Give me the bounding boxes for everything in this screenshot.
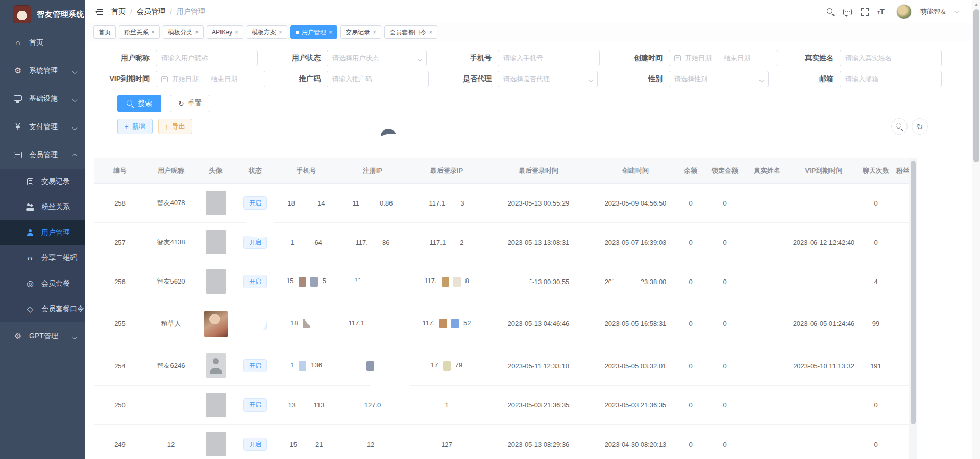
breadcrumb-item[interactable]: 首页 — [111, 7, 126, 16]
column-header-real_name[interactable]: 真实姓名 — [747, 158, 787, 184]
cell-real_name — [747, 223, 787, 262]
tab-users[interactable]: 用户管理× — [290, 26, 337, 39]
refresh-icon: ↻ — [916, 122, 923, 132]
tab-template-category[interactable]: 模板分类× — [163, 26, 204, 39]
tab-home[interactable]: 首页 — [93, 26, 116, 39]
input-placeholder: 请输入邮箱 — [845, 74, 878, 84]
tab-transactions[interactable]: 交易记录× — [340, 26, 381, 39]
nickname-input[interactable]: 请输入用户昵称 — [156, 50, 258, 66]
search-icon[interactable] — [827, 8, 835, 16]
column-header-last_login[interactable]: 最后登录时间 — [485, 158, 592, 184]
chevron-down-icon — [418, 57, 422, 61]
status-select[interactable]: 请选择用户状态 — [327, 50, 427, 66]
export-button[interactable]: ↑ 导出 — [158, 119, 193, 134]
user-avatar — [206, 353, 226, 378]
sidebar-item-member[interactable]: 会员管理 — [0, 141, 85, 169]
page-scrollbar-thumb[interactable] — [973, 9, 979, 162]
table-scrollbar-thumb[interactable] — [911, 161, 916, 424]
email-input[interactable]: 请输入邮箱 — [840, 71, 942, 87]
column-header-chats[interactable]: 聊天次数 — [861, 158, 891, 184]
column-header-avatar[interactable]: 头像 — [197, 158, 235, 184]
close-icon[interactable]: × — [373, 29, 376, 35]
tab-member-plan-code[interactable]: 会员套餐口令× — [384, 26, 437, 39]
is-agent-select[interactable]: 请选择是否代理 — [498, 71, 598, 87]
sidebar-item-infrastructure[interactable]: 基础设施 — [0, 85, 85, 113]
sidebar-item-users[interactable]: 用户管理 — [0, 220, 85, 245]
sidebar-item-transactions[interactable]: 交易记录 — [0, 169, 85, 194]
created-daterange[interactable]: 开始日期-结束日期 — [669, 50, 778, 66]
close-icon[interactable]: × — [151, 29, 155, 35]
table-search-button[interactable] — [891, 118, 908, 135]
close-icon[interactable]: × — [235, 29, 238, 35]
sidebar-item-member-plan-code[interactable]: ◇会员套餐口令 — [0, 296, 85, 322]
reset-button[interactable]: ↻ 重置 — [170, 95, 210, 112]
vip-expire-daterange[interactable]: 开始日期-结束日期 — [156, 71, 265, 87]
phone-input[interactable]: 请输入手机号 — [498, 50, 600, 66]
close-icon[interactable]: × — [429, 29, 432, 35]
promo-code-input[interactable]: 请输入推广码 — [327, 71, 429, 87]
cell-balance: 0 — [679, 346, 702, 386]
sidebar-collapse-icon[interactable] — [94, 9, 103, 15]
column-header-nickname[interactable]: 用户昵称 — [145, 158, 197, 184]
column-header-reg_ip[interactable]: 注册IP — [337, 158, 408, 184]
table-row[interactable]: 255稻草人开启1801117.16117.522023-05-13 04:46… — [94, 301, 917, 346]
column-header-balance[interactable]: 余额 — [679, 158, 702, 184]
username[interactable]: 萌能智友 — [920, 7, 947, 16]
tab-fans[interactable]: 粉丝关系× — [119, 26, 160, 39]
column-header-status[interactable]: 状态 — [235, 158, 276, 184]
table-scrollbar[interactable] — [909, 158, 917, 459]
add-button[interactable]: + 新增 — [117, 119, 153, 134]
breadcrumb-item[interactable]: 会员管理 — [137, 7, 165, 16]
fullscreen-icon[interactable] — [861, 8, 869, 16]
scroll-up-icon[interactable]: ▲ — [974, 2, 978, 7]
table-row[interactable]: 257智友4138开启164117.86117.122023-05-13 13:… — [94, 223, 917, 262]
sidebar-item-system[interactable]: ⚙系统管理 — [0, 57, 85, 85]
sidebar-item-gpt[interactable]: ⚙GPT管理 — [0, 322, 85, 350]
sidebar-item-home[interactable]: ⌂首页 — [0, 29, 85, 57]
gender-select[interactable]: 请选择性别 — [669, 71, 769, 87]
cell-phone: 164 — [276, 223, 337, 262]
table-row[interactable]: 254智友6246开启113617792023-05-11 12:33:1020… — [94, 346, 917, 386]
redaction-gap — [448, 244, 457, 245]
sidebar-item-fans[interactable]: 粉丝关系 — [0, 194, 85, 220]
reset-button-label: 重置 — [188, 99, 202, 108]
page-scrollbar[interactable]: ▲ — [972, 0, 980, 459]
column-header-vip[interactable]: VIP到期时间 — [787, 158, 861, 184]
close-icon[interactable]: × — [329, 29, 332, 35]
user-avatar — [206, 393, 226, 417]
realname-input[interactable]: 请输入真实姓名 — [840, 50, 942, 66]
close-icon[interactable]: × — [279, 29, 282, 35]
cell-status: 开启 — [235, 386, 276, 425]
breadcrumb-item[interactable]: 用户管理 — [177, 7, 205, 16]
redacted-text-fragment: 136 — [311, 361, 322, 369]
user-menu-chevron-down-icon[interactable] — [955, 9, 959, 13]
column-header-created[interactable]: 创建时间 — [592, 158, 679, 184]
sidebar-item-member-plan[interactable]: ◎会员套餐 — [0, 271, 85, 296]
column-header-last_ip[interactable]: 最后登录IP — [408, 158, 485, 184]
sidebar-item-label: 用户管理 — [41, 228, 70, 237]
user-icon — [27, 229, 34, 236]
sidebar-item-share-qrcode[interactable]: ‹›分享二维码 — [0, 245, 85, 271]
table-row[interactable]: 24912开启1521121272023-05-13 08:29:362023-… — [94, 425, 917, 459]
cell-vip — [787, 262, 861, 301]
receipt-icon — [27, 178, 33, 185]
column-header-locked[interactable]: 锁定金额 — [702, 158, 747, 184]
tab-template-plan[interactable]: 模板方案× — [247, 26, 287, 39]
table-refresh-button[interactable]: ↻ — [912, 118, 928, 135]
column-header-no[interactable]: 编号 — [94, 158, 145, 184]
font-size-icon[interactable]: тT — [877, 7, 885, 16]
sidebar-item-payment[interactable]: ¥支付管理 — [0, 113, 85, 141]
tab-apikey[interactable]: APIKey× — [207, 26, 243, 39]
user-avatar[interactable] — [896, 4, 912, 19]
filter-label: 性别 — [607, 74, 669, 84]
cell-vip — [787, 425, 861, 459]
column-header-phone[interactable]: 手机号 — [276, 158, 337, 184]
card-icon — [14, 152, 22, 158]
message-icon[interactable] — [843, 9, 852, 15]
cell-created: 2023-05-07 16:39:03 — [592, 223, 679, 262]
cell-locked: 0 — [702, 425, 747, 459]
table-row[interactable]: 250开启13113127.012023-05-03 21:36:352023-… — [94, 386, 917, 425]
search-button[interactable]: 搜索 — [117, 95, 161, 112]
table-row[interactable]: 258智友4078开启1814110.86117.132023-05-13 00… — [94, 184, 917, 223]
close-icon[interactable]: × — [195, 29, 199, 35]
